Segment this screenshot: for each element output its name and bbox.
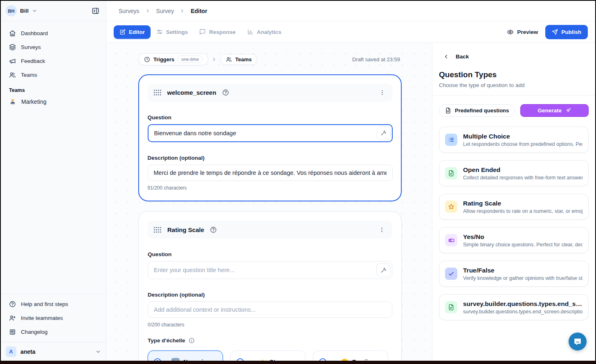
type-title: survey.builder.questions.types.end_scr..…: [463, 300, 583, 308]
magic-wand-icon[interactable]: [377, 126, 391, 140]
tab-analytics[interactable]: Analytics: [241, 25, 287, 39]
scale-option-label: Emoji: [352, 359, 368, 361]
document-icon: [445, 167, 457, 179]
chevron-right-icon: [180, 8, 185, 13]
sidebar-item-surveys[interactable]: Surveys: [5, 40, 102, 54]
newspaper-icon: [9, 328, 16, 335]
back-button[interactable]: Back: [439, 54, 469, 60]
triggers-pill[interactable]: Triggers one-time: [138, 53, 208, 65]
question-input-wrap: [148, 261, 392, 279]
preview-button[interactable]: Preview: [507, 29, 538, 36]
breadcrumb-surveys[interactable]: Surveys: [119, 8, 139, 14]
type-description: Verify knowledge or gather opinions with…: [463, 275, 583, 281]
question-help-icon[interactable]: [210, 226, 217, 233]
sidebar-item-changelog[interactable]: Changelog: [5, 325, 102, 339]
chat-launcher-button[interactable]: [569, 333, 587, 351]
type-description: Allow respondents to rate on a numeric, …: [463, 208, 583, 214]
users-icon: [226, 56, 232, 63]
sidebar-item-help[interactable]: Help and first steps: [5, 297, 102, 311]
chat-smile-icon: [573, 337, 582, 346]
magic-wand-icon[interactable]: [376, 263, 390, 277]
editor-toolbar: Editor Settings Response Analytics: [106, 21, 595, 43]
org-switcher[interactable]: A aneta: [1, 342, 106, 361]
predefined-questions-button[interactable]: Predefined questions: [439, 104, 515, 117]
sidebar-item-label: Dashboard: [21, 30, 48, 36]
scale-option-numeric[interactable]: # Numeric: [148, 351, 223, 361]
panel-title: Question Types: [439, 70, 589, 79]
file-code-icon: [445, 107, 451, 114]
help-circle-icon: [9, 301, 16, 308]
type-card-rating-scale[interactable]: Rating Scale Allow respondents to rate o…: [439, 194, 589, 220]
type-card-multiple-choice[interactable]: Multiple Choice Let respondents choose f…: [439, 127, 589, 153]
org-name: aneta: [20, 348, 36, 355]
generate-button[interactable]: Generate: [520, 104, 589, 117]
main-area: Surveys Survey Editor Editor Setting: [106, 1, 595, 361]
sidebar-item-teams[interactable]: Teams: [5, 68, 102, 82]
question-description-input[interactable]: [148, 165, 393, 181]
type-card-true-false[interactable]: True/False Verify knowledge or gather op…: [439, 261, 589, 287]
sidebar-item-marketing[interactable]: Marketing: [5, 95, 102, 109]
avatar[interactable]: BH: [6, 5, 17, 16]
tab-label: Response: [209, 29, 236, 35]
star-emoji-icon: ★: [259, 358, 266, 361]
char-count: 91/200 characters: [148, 185, 393, 191]
sidebar-item-invite[interactable]: Invite teammates: [5, 311, 102, 325]
info-icon[interactable]: [189, 337, 195, 344]
question-help-icon[interactable]: [222, 89, 229, 96]
sparkles-icon: [565, 107, 571, 114]
type-card-yes-no[interactable]: Yes/No Simple binary choice questions. P…: [439, 227, 589, 253]
tab-settings[interactable]: Settings: [151, 25, 193, 39]
question-card-welcome[interactable]: welcome_screen Question: [138, 74, 402, 201]
clock-icon: [144, 56, 150, 63]
question-type-list: Multiple Choice Let respondents choose f…: [439, 127, 589, 320]
sidebar-footer: Help and first steps Invite teammates Ch…: [1, 293, 106, 339]
scale-option-emoji[interactable]: Emoji: [313, 351, 388, 361]
question-description-input[interactable]: [148, 301, 392, 318]
chevron-left-icon: [443, 54, 449, 60]
divider: [432, 95, 595, 96]
scale-option-stars[interactable]: ★ Stars: [230, 351, 306, 361]
teams-section-label: Teams: [9, 87, 102, 93]
predefined-questions-label: Predefined questions: [455, 107, 509, 114]
drag-handle-icon[interactable]: [153, 89, 162, 96]
tab-response[interactable]: Response: [193, 25, 241, 39]
breadcrumb: Surveys Survey Editor: [106, 1, 595, 21]
radio-icon: [236, 358, 244, 361]
question-types-panel: Back Question Types Choose the type of q…: [432, 43, 595, 361]
question-card-rating[interactable]: Rating Scale Question: [138, 211, 402, 361]
type-description: survey.builder.questions.types.end_scree…: [463, 309, 583, 315]
sidebar: BH Bill Dashboard Surv: [1, 1, 106, 361]
user-plus-icon: [9, 315, 16, 322]
number-keycap-icon: #: [171, 358, 180, 361]
tab-editor[interactable]: Editor: [114, 25, 151, 39]
chevron-right-icon: [211, 57, 217, 62]
org-avatar: A: [6, 346, 16, 357]
chevron-down-icon: [95, 349, 101, 355]
question-title-input[interactable]: [148, 124, 393, 142]
collapse-sidebar-button[interactable]: [90, 5, 101, 16]
layers-icon: [9, 44, 16, 51]
canvas-top-row: Triggers one-time Teams Draft saved at 2…: [138, 53, 400, 65]
question-title-input[interactable]: [148, 261, 392, 279]
user-name[interactable]: Bill: [20, 8, 29, 14]
sidebar-item-label: Teams: [21, 72, 37, 78]
type-card-open-ended[interactable]: Open Ended Collect detailed responses wi…: [439, 160, 589, 186]
sidebar-item-label: Invite teammates: [21, 315, 63, 321]
sliders-icon: [156, 29, 163, 35]
sidebar-item-label: Feedback: [21, 58, 45, 64]
kebab-menu-icon[interactable]: [378, 88, 387, 97]
toolbar-actions: Preview Publish: [507, 25, 588, 39]
triggers-label: Triggers: [153, 56, 174, 63]
pencil-square-icon: [119, 29, 126, 35]
back-label: Back: [456, 54, 469, 60]
teams-pill[interactable]: Teams: [220, 54, 257, 65]
sidebar-item-dashboard[interactable]: Dashboard: [5, 26, 102, 40]
generate-label: Generate: [538, 107, 562, 114]
breadcrumb-survey[interactable]: Survey: [156, 8, 174, 14]
sidebar-item-feedback[interactable]: Feedback: [5, 54, 102, 68]
kebab-menu-icon[interactable]: [377, 225, 387, 234]
drag-handle-icon[interactable]: [153, 227, 162, 233]
chevron-right-icon: [145, 8, 151, 13]
type-card-end-screen[interactable]: survey.builder.questions.types.end_scr..…: [439, 294, 589, 320]
publish-button[interactable]: Publish: [545, 25, 588, 39]
